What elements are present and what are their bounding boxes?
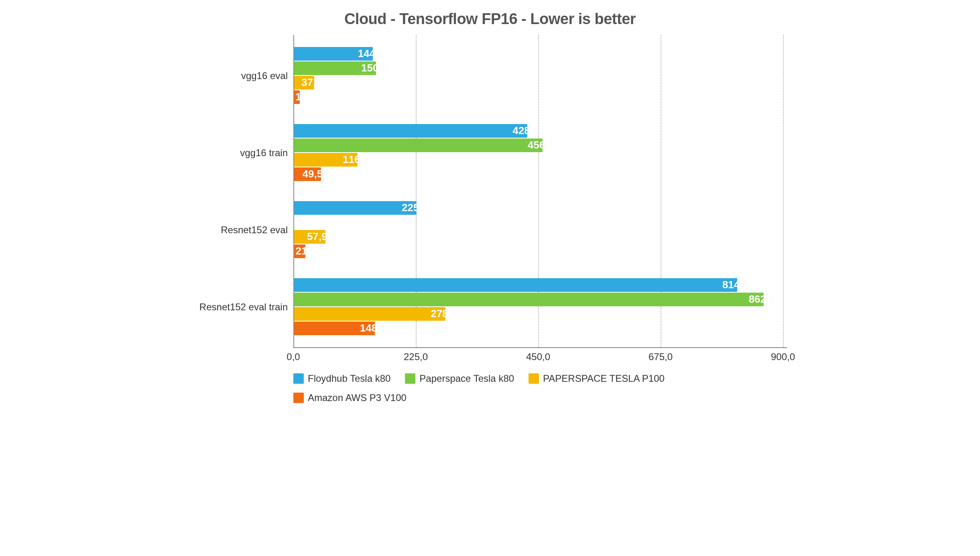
plot: vgg16 evalvgg16 trainResnet152 evalResne… xyxy=(193,35,787,348)
bar xyxy=(294,201,417,215)
legend: Floydhub Tesla k80Paperspace Tesla k80PA… xyxy=(293,373,787,403)
bar-row: 37, xyxy=(294,76,787,90)
legend-item: Floydhub Tesla k80 xyxy=(293,373,390,384)
legend-label: Floydhub Tesla k80 xyxy=(308,373,390,384)
bar-group: 814,4862,9278,3148,2 xyxy=(294,278,787,336)
category-label: vgg16 eval xyxy=(241,70,288,81)
bar-row: 278,3 xyxy=(294,307,787,321)
legend-label: Amazon AWS P3 V100 xyxy=(308,392,407,403)
bar-row: 428,9 xyxy=(294,124,787,138)
bar-value-label: 144,4 xyxy=(358,47,384,60)
legend-swatch xyxy=(293,373,304,384)
x-tick-label: 675,0 xyxy=(649,351,673,363)
category-label: vgg16 train xyxy=(240,147,288,159)
legend-label: Paperspace Tesla k80 xyxy=(419,373,514,384)
category-label: Resnet152 eval xyxy=(221,224,288,236)
bar-group: 428,9456,6116,649,5 xyxy=(294,124,787,182)
bar-value-label: 148,2 xyxy=(360,322,386,334)
bar-row: 862,9 xyxy=(294,293,787,306)
bar-value-label: 49,5 xyxy=(302,168,323,180)
bar-group: 225,157,921 xyxy=(294,201,787,259)
bar-row xyxy=(294,216,787,229)
bar-value-label: 428,9 xyxy=(512,124,539,137)
bar-row: 150,6 xyxy=(294,61,787,75)
bar-row: 21 xyxy=(294,244,787,258)
bar-value-label: 814,4 xyxy=(722,279,748,291)
bar-value-label: 862,9 xyxy=(749,293,775,305)
bar-value-label: 116,6 xyxy=(343,153,369,166)
legend-label: PAPERSPACE TESLA P100 xyxy=(543,373,665,384)
bar-row: 57,9 xyxy=(294,230,787,244)
category-label: Resnet152 eval train xyxy=(199,301,288,313)
bar-row: 814,4 xyxy=(294,278,787,292)
bar-value-label: 150,6 xyxy=(361,62,387,74)
bar-row: 49,5 xyxy=(294,167,787,181)
bar xyxy=(294,278,737,292)
bar-value-label: 278,3 xyxy=(431,308,457,320)
legend-item: Paperspace Tesla k80 xyxy=(405,373,514,384)
bar-group: 144,4150,637,1 xyxy=(294,47,787,105)
bar-row: 1 xyxy=(294,90,787,104)
x-tick-label: 450,0 xyxy=(526,351,550,363)
bar-row: 456,6 xyxy=(294,138,787,152)
bar-value-label: 1 xyxy=(295,91,301,103)
x-tick-label: 0,0 xyxy=(287,351,300,363)
bar-row: 148,2 xyxy=(294,322,787,335)
legend-item: PAPERSPACE TESLA P100 xyxy=(529,373,665,384)
chart-title: Cloud - Tensorflow FP16 - Lower is bette… xyxy=(193,10,787,28)
bar-row: 144,4 xyxy=(294,47,787,61)
bar-value-label: 57,9 xyxy=(307,230,327,243)
chart-container: Cloud - Tensorflow FP16 - Lower is bette… xyxy=(193,10,787,403)
bar xyxy=(294,124,527,138)
bar-value-label: 21 xyxy=(296,245,307,257)
x-tick-label: 225,0 xyxy=(404,351,428,363)
bar-value-label: 225,1 xyxy=(402,202,428,214)
x-axis: 0,0225,0450,0675,0900,0 xyxy=(293,348,787,364)
bar xyxy=(294,293,764,306)
x-tick-label: 900,0 xyxy=(771,351,795,363)
legend-item: Amazon AWS P3 V100 xyxy=(293,392,407,403)
bar xyxy=(294,307,445,321)
bar-value-label: 37, xyxy=(301,76,316,89)
bar-row: 116,6 xyxy=(294,153,787,167)
bar-row: 225,1 xyxy=(294,201,787,215)
legend-swatch xyxy=(405,373,415,384)
plot-area: 144,4150,637,1428,9456,6116,649,5225,157… xyxy=(293,35,787,348)
legend-swatch xyxy=(529,373,539,384)
bar xyxy=(294,138,543,152)
bar-value-label: 456,6 xyxy=(528,139,554,151)
legend-swatch xyxy=(293,393,304,403)
y-axis-labels: vgg16 evalvgg16 trainResnet152 evalResne… xyxy=(193,35,293,348)
